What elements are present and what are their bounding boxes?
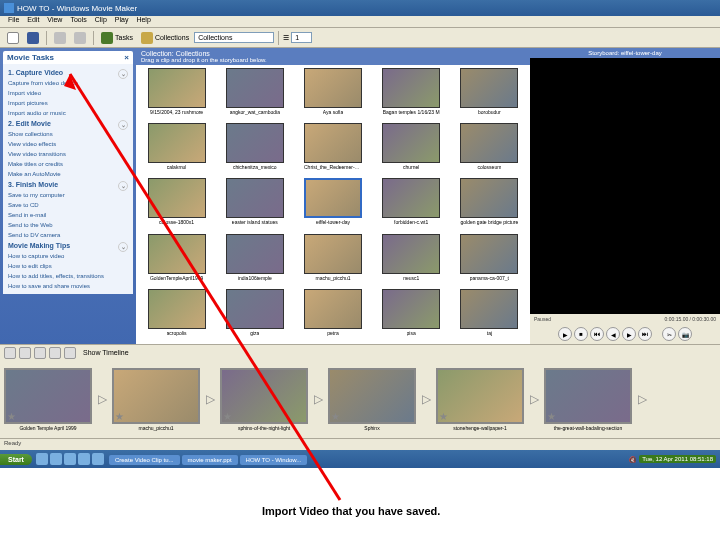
- transition-slot[interactable]: ▷: [203, 392, 217, 406]
- taskbar-task[interactable]: movie maker.ppt: [182, 455, 238, 465]
- tasks-button[interactable]: Tasks: [98, 31, 136, 45]
- thumbnail[interactable]: colosseum: [452, 123, 527, 175]
- transition-slot[interactable]: ▷: [419, 392, 433, 406]
- quicklaunch-icon[interactable]: [36, 453, 48, 465]
- thumbnail[interactable]: taj: [452, 289, 527, 341]
- thumbnail-grid[interactable]: 9/15/2004, 23 rushmoreangkor_wat_cambodi…: [136, 65, 530, 344]
- timeline-icon[interactable]: [4, 347, 16, 359]
- task-link[interactable]: Send to the Web: [8, 220, 128, 230]
- taskbar-task[interactable]: HOW TO - Window...: [240, 455, 308, 465]
- save-button[interactable]: [24, 31, 42, 45]
- start-button[interactable]: Start: [0, 454, 32, 465]
- storyboard-frame[interactable]: ★machu_picchu1: [112, 368, 200, 431]
- quicklaunch-icon[interactable]: [78, 453, 90, 465]
- transition-slot[interactable]: ▷: [95, 392, 109, 406]
- zoom-dropdown[interactable]: 1: [291, 32, 312, 43]
- task-link[interactable]: Make an AutoMovie: [8, 169, 128, 179]
- quicklaunch-icon[interactable]: [50, 453, 62, 465]
- collapse-icon[interactable]: ⌄: [118, 181, 128, 191]
- thumbnail[interactable]: Aya sofia: [295, 68, 370, 120]
- thumbnail[interactable]: easter island statues: [217, 178, 292, 230]
- play-button[interactable]: ▶: [558, 327, 572, 341]
- snapshot-button[interactable]: 📷: [678, 327, 692, 341]
- thumbnail[interactable]: forbidden-c.wt1: [374, 178, 449, 230]
- thumbnail[interactable]: 9/15/2004, 23 rushmore: [139, 68, 214, 120]
- transition-slot[interactable]: ▷: [527, 392, 541, 406]
- storyboard-frame[interactable]: ★the-great-wall-badaling-section: [544, 368, 632, 431]
- collections-button[interactable]: Collections: [138, 31, 192, 45]
- storyboard-frame[interactable]: ★Sphinx: [328, 368, 416, 431]
- task-link[interactable]: View video transitions: [8, 149, 128, 159]
- storyboard-frame[interactable]: ★Golden Temple April 1999: [4, 368, 92, 431]
- task-link[interactable]: Import audio or music: [8, 108, 128, 118]
- new-button[interactable]: [4, 31, 22, 45]
- thumbnail[interactable]: acropolis: [139, 289, 214, 341]
- thumbnail[interactable]: colosse-1800x1: [139, 178, 214, 230]
- task-link[interactable]: Show collections: [8, 129, 128, 139]
- thumbnail[interactable]: petra: [295, 289, 370, 341]
- show-timeline-link[interactable]: Show Timeline: [83, 349, 129, 356]
- task-link[interactable]: How to edit clips: [8, 261, 128, 271]
- redo-button[interactable]: [71, 31, 89, 45]
- menu-help[interactable]: Help: [132, 16, 154, 27]
- close-icon[interactable]: ×: [124, 53, 129, 62]
- task-link[interactable]: Capture from video device: [8, 78, 128, 88]
- task-link[interactable]: Save to CD: [8, 200, 128, 210]
- thumbnail[interactable]: GoldenTempleApril1999: [139, 234, 214, 286]
- thumbnail[interactable]: giza: [217, 289, 292, 341]
- quicklaunch-icon[interactable]: [64, 453, 76, 465]
- task-link[interactable]: Save to my computer: [8, 190, 128, 200]
- thumbnail[interactable]: panama-ca-007_t: [452, 234, 527, 286]
- prev-button[interactable]: ⏮: [590, 327, 604, 341]
- task-link[interactable]: View video effects: [8, 139, 128, 149]
- thumbnail[interactable]: angkor_wat_cambodia: [217, 68, 292, 120]
- collapse-icon[interactable]: ⌄: [118, 69, 128, 79]
- fwd-button[interactable]: ▶: [622, 327, 636, 341]
- task-link[interactable]: Import pictures: [8, 98, 128, 108]
- thumbnail[interactable]: borobudur: [452, 68, 527, 120]
- task-link[interactable]: How to save and share movies: [8, 281, 128, 291]
- thumbnail[interactable]: Bagan temples 1/16/23 M: [374, 68, 449, 120]
- collection-dropdown[interactable]: Collections: [194, 32, 274, 43]
- back-button[interactable]: ◀: [606, 327, 620, 341]
- menu-file[interactable]: File: [4, 16, 23, 27]
- thumbnail[interactable]: calakmul: [139, 123, 214, 175]
- thumbnail[interactable]: golden gate bridge picture: [452, 178, 527, 230]
- menu-clip[interactable]: Clip: [91, 16, 111, 27]
- thumbnail[interactable]: pisa: [374, 289, 449, 341]
- thumbnail[interactable]: chichenitza_mexico: [217, 123, 292, 175]
- task-link[interactable]: Send in e-mail: [8, 210, 128, 220]
- next-button[interactable]: ⏭: [638, 327, 652, 341]
- thumbnail[interactable]: eiffel-tower-day: [295, 178, 370, 230]
- tray-icon[interactable]: 🔇: [629, 456, 636, 463]
- thumbnail[interactable]: neusc1: [374, 234, 449, 286]
- split-button[interactable]: ✂: [662, 327, 676, 341]
- clock[interactable]: Tue, 12 Apr 2011 08:51:18: [639, 455, 716, 463]
- storyboard-frame[interactable]: ★sphinx-of-the-night-light: [220, 368, 308, 431]
- transition-slot[interactable]: ▷: [635, 392, 649, 406]
- task-link[interactable]: Import video: [8, 88, 128, 98]
- storyboard[interactable]: ★Golden Temple April 1999▷★machu_picchu1…: [0, 360, 720, 438]
- menu-tools[interactable]: Tools: [66, 16, 90, 27]
- menu-edit[interactable]: Edit: [23, 16, 43, 27]
- task-link[interactable]: Send to DV camera: [8, 230, 128, 240]
- preview-video[interactable]: [530, 58, 720, 314]
- menu-play[interactable]: Play: [111, 16, 133, 27]
- collapse-icon[interactable]: ⌄: [118, 120, 128, 130]
- thumbnail[interactable]: machu_picchu1: [295, 234, 370, 286]
- storyboard-frame[interactable]: ★stonehenge-wallpaper-1: [436, 368, 524, 431]
- play-timeline-icon[interactable]: [64, 347, 76, 359]
- task-link[interactable]: Make titles or credits: [8, 159, 128, 169]
- thumbnail[interactable]: churnel: [374, 123, 449, 175]
- collapse-icon[interactable]: ⌄: [118, 242, 128, 252]
- taskbar-task[interactable]: Create Video Clip tu...: [109, 455, 180, 465]
- undo-button[interactable]: [51, 31, 69, 45]
- quicklaunch-icon[interactable]: [92, 453, 104, 465]
- stop-button[interactable]: ■: [574, 327, 588, 341]
- transition-slot[interactable]: ▷: [311, 392, 325, 406]
- thumbnail[interactable]: Christ_the_Redeemer-best: [295, 123, 370, 175]
- thumbnail[interactable]: india106temple: [217, 234, 292, 286]
- zoom-in-icon[interactable]: [19, 347, 31, 359]
- task-link[interactable]: How to add titles, effects, transitions: [8, 271, 128, 281]
- rewind-icon[interactable]: [49, 347, 61, 359]
